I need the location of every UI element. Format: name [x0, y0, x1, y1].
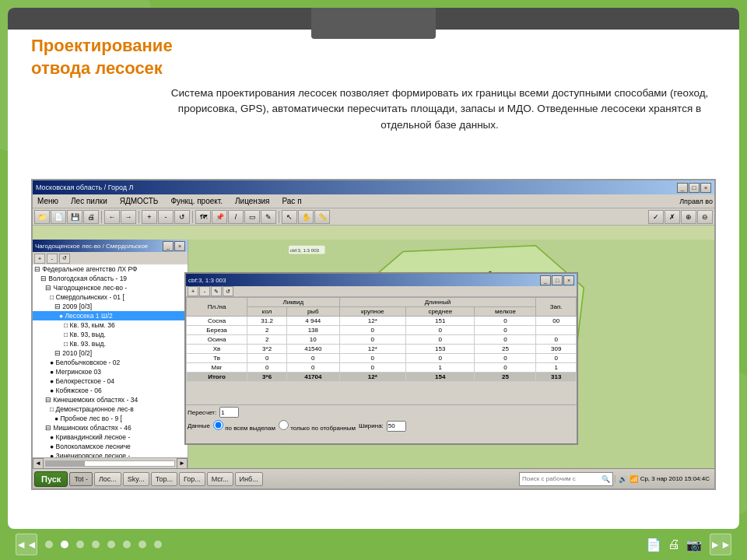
table-tb-1[interactable]: + — [188, 286, 198, 296]
cell-itogo: 00 — [536, 317, 577, 326]
all-radio[interactable] — [213, 420, 223, 430]
table-tb-4[interactable]: ↺ — [223, 286, 233, 296]
recalc-input[interactable] — [219, 407, 239, 418]
taskbar-item-0[interactable]: Tot - — [69, 472, 93, 486]
left-minimize[interactable]: _ — [163, 241, 174, 251]
tb-right-3[interactable]: ⊕ — [681, 210, 696, 224]
nav-dot-3[interactable] — [76, 541, 84, 548]
taskbar-item-6[interactable]: Инб... — [235, 472, 263, 486]
tree-item[interactable]: ⊟ 2009 [0/3] — [33, 302, 188, 311]
close-button[interactable]: × — [700, 183, 711, 193]
tb-file-btn[interactable]: 📄 — [51, 210, 66, 224]
menu-func[interactable]: Функц. проект. — [167, 197, 226, 205]
tb-select-btn[interactable]: ↖ — [282, 210, 297, 224]
tb-save-btn[interactable]: 💾 — [67, 210, 82, 224]
nav-dot-2[interactable] — [61, 541, 68, 548]
taskbar-item-3[interactable]: Тор... — [151, 472, 177, 486]
left-panel-title: Чагодощенское лес-во / Смердольское — [35, 243, 148, 250]
tree-item-selected[interactable]: ● Лесосека 1 Ш/2 — [33, 311, 188, 320]
tb-right-2[interactable]: ✗ — [665, 210, 680, 224]
tb-print-btn[interactable]: 🖨 — [83, 210, 99, 224]
nav-dot-8[interactable] — [154, 541, 162, 548]
tree-item[interactable]: ⊟ Вологодская область - 19 — [33, 274, 188, 283]
table-window-buttons: _ □ × — [540, 275, 574, 285]
cell-ryb: 41540 — [287, 345, 339, 354]
cell-name: Сосна — [187, 317, 247, 326]
taskbar-item-2[interactable]: Sky... — [123, 472, 149, 486]
next-button[interactable]: ►► — [710, 534, 731, 555]
cell-itogo — [536, 326, 577, 335]
tb-right-1[interactable]: ✓ — [648, 210, 664, 224]
minimize-button[interactable]: _ — [677, 183, 688, 193]
tb-folder-btn[interactable]: 📁 — [34, 210, 50, 224]
tree-item[interactable]: ● Пробное лес во - 9 [ — [33, 414, 188, 423]
table-minimize[interactable]: _ — [540, 275, 551, 285]
tb-zoom-in[interactable]: + — [142, 210, 157, 224]
tree-item[interactable]: ⊟ Кинешемских областях - 34 — [33, 395, 188, 404]
bottom-nav: ◄◄ 📄 🖨 📷 ►► — [0, 529, 747, 560]
tree-item[interactable]: □ Кв. 93. выд. — [33, 339, 188, 348]
tb-refresh[interactable]: ↺ — [174, 210, 190, 224]
tree-item[interactable]: ⊟ Мишинских областях - 46 — [33, 423, 188, 432]
tree-refresh-btn[interactable]: ↺ — [59, 254, 70, 264]
tree-item[interactable]: □ Кв. 93, выд. — [33, 330, 188, 339]
tb-line-btn[interactable]: / — [228, 210, 244, 224]
tree-item[interactable]: □ Кв. 93, кым. 36 — [33, 320, 188, 330]
left-close[interactable]: × — [174, 241, 185, 251]
tb-edit-btn[interactable]: ✎ — [261, 210, 276, 224]
tree-collapse-btn[interactable]: - — [47, 254, 58, 264]
tree-item[interactable]: □ Смердольинских - 01 [ — [33, 292, 188, 302]
nav-dot-7[interactable] — [139, 541, 146, 548]
tb-polygon-btn[interactable]: ▭ — [244, 210, 260, 224]
tree-item[interactable]: ⊟ 2010 [0/2] — [33, 348, 188, 358]
cell-ryb: 0 — [287, 354, 339, 363]
tree-item[interactable]: ● Белобычковское - 02 — [33, 358, 188, 367]
tree-item[interactable]: ● Кривандинский лесное - — [33, 432, 188, 442]
tree-item[interactable]: □ Демонстрационное лес-в — [33, 404, 188, 414]
menu-les[interactable]: Лес пилки — [68, 197, 110, 205]
table-window-titlebar: cbf:3, 1:3 003 _ □ × — [186, 274, 577, 286]
scroll-left[interactable]: ◄ — [33, 458, 44, 469]
taskbar-item-1[interactable]: Лос... — [94, 472, 121, 486]
tb-arrow-btn[interactable]: ← — [104, 210, 120, 224]
tree-expand-btn[interactable]: + — [34, 254, 45, 264]
menu-ras[interactable]: Рас п — [279, 197, 304, 205]
tb-hand-btn[interactable]: ✋ — [298, 210, 314, 224]
tree-item[interactable]: ⊟ Чагодощенское лес-во - — [33, 283, 188, 292]
tree-item[interactable]: ⊟ Федеральное агентство ЛХ РФ — [33, 264, 188, 274]
taskbar-item-4[interactable]: Гор... — [179, 472, 205, 486]
tree-item[interactable]: ● Кобяжское - 06 — [33, 386, 188, 395]
menu-licenz[interactable]: Лицензия — [232, 197, 272, 205]
menu-yadmost[interactable]: ЯДМОСТЬ — [117, 197, 162, 205]
nav-dot-4[interactable] — [92, 541, 100, 548]
tb-measure-btn[interactable]: 📏 — [314, 210, 330, 224]
tb-arrow2-btn[interactable]: → — [121, 210, 136, 224]
scroll-right[interactable]: ► — [177, 458, 188, 469]
taskbar-item-5[interactable]: Мсг... — [207, 472, 233, 486]
tb-zoom-out[interactable]: - — [158, 210, 174, 224]
nav-dot-5[interactable] — [107, 541, 115, 548]
tree-item[interactable]: ● Мегринское 03 — [33, 367, 188, 376]
tb-sep-3 — [192, 211, 193, 223]
menu-menu[interactable]: Меню — [34, 197, 61, 205]
start-button[interactable]: Пуск — [34, 471, 68, 487]
nav-dot-6[interactable] — [123, 541, 131, 548]
prev-button[interactable]: ◄◄ — [16, 534, 37, 555]
cell-krupnoe: 12* — [339, 345, 405, 354]
tree-item[interactable]: ● Белокрестское - 04 — [33, 376, 188, 386]
table-tb-2[interactable]: - — [199, 286, 210, 296]
width-input[interactable] — [387, 421, 406, 432]
table-bottom: Пересчет: Данные по всем выделам только … — [186, 404, 577, 443]
tb-right-4[interactable]: ⊖ — [697, 210, 713, 224]
maximize-button[interactable]: □ — [689, 183, 700, 193]
tb-pin-btn[interactable]: 📌 — [212, 210, 227, 224]
table-tb-3[interactable]: ✎ — [211, 286, 222, 296]
nav-dot-1[interactable] — [45, 541, 53, 548]
table-close[interactable]: × — [563, 275, 574, 285]
taskbar-search-input[interactable] — [522, 475, 600, 482]
selected-radio[interactable] — [279, 420, 289, 430]
cell-name: Осина — [187, 335, 247, 345]
tb-map-btn[interactable]: 🗺 — [195, 210, 211, 224]
table-maximize[interactable]: □ — [552, 275, 563, 285]
tree-item[interactable]: ● Волоколамское лесниче — [33, 442, 188, 451]
